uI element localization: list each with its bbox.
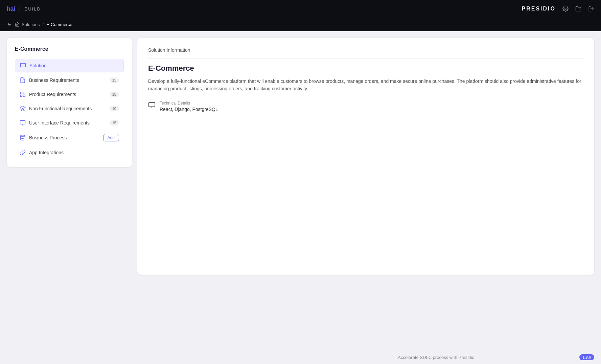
svg-rect-5	[20, 92, 22, 94]
logo-hai: hai	[7, 5, 15, 13]
tech-details-label: Technical Details	[160, 101, 218, 106]
svg-rect-1	[21, 63, 26, 67]
version-badge: 1.9.6	[579, 354, 594, 360]
breadcrumb-home[interactable]: Solutions	[15, 22, 40, 27]
footer-text: Accelerate SDLC process with Presidio	[293, 355, 579, 360]
business-requirements-badge: 15	[110, 77, 119, 83]
business-requirements-icon	[20, 77, 26, 83]
sidebar-item-business-process[interactable]: Business Process Add	[15, 131, 124, 145]
product-requirements-icon	[20, 91, 26, 97]
tech-details-icon	[148, 101, 156, 109]
non-functional-icon	[20, 106, 26, 112]
svg-rect-8	[23, 95, 25, 97]
business-process-add-button[interactable]: Add	[103, 134, 119, 141]
ui-requirements-label: User Interface Requirements	[29, 120, 90, 126]
panel-title: E-Commerce	[15, 46, 124, 52]
business-process-label: Business Process	[29, 135, 67, 140]
svg-rect-7	[20, 95, 22, 97]
app-integrations-label: App Integrations	[29, 150, 64, 155]
non-functional-label: Non Functional Requirements	[29, 106, 92, 111]
breadcrumb-separator: /	[42, 22, 44, 27]
nav-left: hai | BUILD	[7, 5, 41, 13]
ui-requirements-icon	[20, 120, 26, 126]
sidebar-item-business-requirements[interactable]: Business Requirements 15	[15, 74, 124, 87]
sidebar-item-solution[interactable]: Solution	[15, 59, 124, 72]
settings-icon[interactable]	[562, 6, 569, 12]
main-content: E-Commerce Solution	[0, 31, 601, 350]
logout-icon[interactable]	[588, 6, 594, 12]
sidebar-item-non-functional[interactable]: Non Functional Requirements 10	[15, 102, 124, 115]
product-requirements-badge: 15	[110, 92, 119, 97]
footer: Accelerate SDLC process with Presidio 1.…	[0, 350, 601, 364]
tech-details: Technical Details React, Django, Postgre…	[148, 101, 583, 112]
breadcrumb-current: E-Commerce	[46, 22, 72, 27]
non-functional-badge: 10	[110, 106, 119, 111]
nav-items: Solution Business Requirements 15	[15, 59, 124, 159]
top-navigation: hai | BUILD PRESIDIO	[0, 0, 601, 18]
sidebar-item-product-requirements[interactable]: Product Requirements 15	[15, 88, 124, 101]
nav-right: PRESIDIO	[522, 6, 594, 12]
svg-point-13	[20, 135, 25, 137]
solution-icon	[20, 63, 26, 69]
logo-build: BUILD	[25, 6, 41, 12]
sidebar-item-app-integrations[interactable]: App Integrations	[15, 146, 124, 159]
left-panel: E-Commerce Solution	[7, 38, 132, 167]
logo: hai | BUILD	[7, 5, 41, 13]
product-requirements-label: Product Requirements	[29, 92, 76, 97]
solution-name: E-Commerce	[148, 64, 583, 73]
business-requirements-label: Business Requirements	[29, 77, 79, 83]
svg-rect-10	[20, 120, 25, 124]
svg-marker-9	[20, 106, 25, 109]
logo-divider: |	[19, 6, 21, 12]
home-icon	[15, 22, 20, 27]
business-process-icon	[20, 135, 26, 141]
solution-label: Solution	[29, 63, 47, 68]
breadcrumb-bar: Solutions / E-Commerce	[0, 18, 601, 31]
solution-info-title: Solution Information	[148, 47, 583, 59]
solution-description: Develop a fully-functional eCommerce pla…	[148, 77, 583, 93]
presidio-logo: PRESIDIO	[522, 6, 556, 12]
sidebar-item-ui-requirements[interactable]: User Interface Requirements 15	[15, 116, 124, 129]
right-panel: Solution Information E-Commerce Develop …	[137, 38, 594, 275]
svg-rect-6	[23, 92, 25, 94]
tech-details-value: React, Django, PostgreSQL	[160, 107, 218, 112]
ui-requirements-badge: 15	[110, 120, 119, 126]
folder-icon[interactable]	[575, 6, 581, 12]
back-button[interactable]	[7, 22, 12, 27]
svg-point-0	[565, 8, 567, 10]
svg-rect-14	[149, 103, 155, 107]
app-integrations-icon	[20, 150, 26, 156]
